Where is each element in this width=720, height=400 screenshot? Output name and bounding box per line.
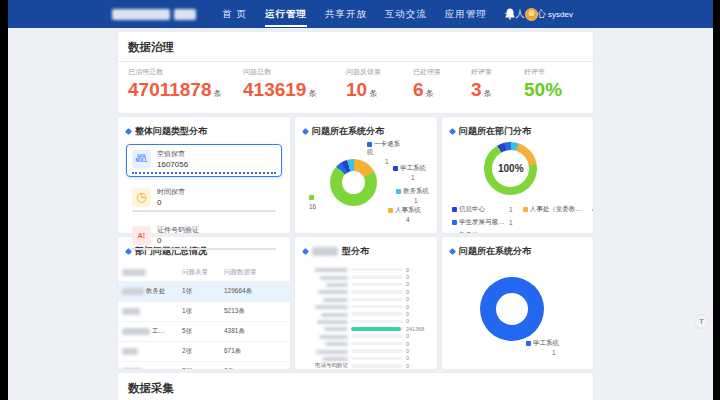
- type-item-null-check[interactable]: 回%NULL 空值探查 1607056: [126, 144, 282, 177]
- type-list: 回%NULL 空值探查 1607056 ◷ 时间探查 0: [118, 142, 290, 260]
- donut-label: 学工系统1: [393, 164, 426, 182]
- table-row[interactable]: 2张0条: [118, 362, 290, 370]
- governance-title: 数据治理: [118, 32, 593, 62]
- redacted-text: [122, 288, 144, 295]
- donut-label: 一卡通系统1: [367, 140, 401, 166]
- stat-label: 好评率: [524, 67, 583, 77]
- stat-praise: 好评量 3条: [471, 67, 524, 104]
- nav-item-apps[interactable]: 应用管理: [445, 0, 487, 29]
- stat-governed-total: 已治理总数 47011878条: [128, 67, 243, 104]
- legend-item: 教务处1: [452, 231, 513, 233]
- bar-row[interactable]: 0: [299, 318, 429, 325]
- bar-row[interactable]: 0: [299, 310, 429, 317]
- dept-fragment: 工…: [152, 327, 165, 334]
- bar-row[interactable]: 0: [299, 340, 429, 347]
- navbar-right: sysdev: [505, 0, 573, 28]
- donut-label: 学工系统1: [526, 339, 559, 357]
- clock-icon: ◷: [132, 188, 151, 207]
- nav-item-sharing[interactable]: 共享开放: [325, 0, 367, 29]
- donut-label: 教务系统1: [396, 187, 429, 205]
- redacted-text: [122, 269, 146, 276]
- diamond-icon: [449, 128, 456, 135]
- table-header-row: 问题表量 问题数据量: [118, 264, 290, 282]
- bar-row[interactable]: 0: [299, 266, 429, 273]
- redacted-text: [122, 368, 142, 369]
- screen: 首 页 运行管理 共享开放 互动交流 应用管理 个人中心 sysdev 数据治理: [0, 0, 720, 400]
- user-avatar[interactable]: [525, 8, 538, 21]
- table-row[interactable]: 2张671条: [118, 342, 290, 362]
- type-label: 证件号码验证: [157, 225, 276, 235]
- bar-row[interactable]: 0: [299, 296, 429, 303]
- back-to-top-button[interactable]: T: [694, 314, 709, 329]
- system-distribution-card-2: 问题所在系统分布 .cut3 .donut::after{width:32px;…: [442, 237, 593, 369]
- type-value: 0: [157, 236, 276, 245]
- redacted-text: [122, 328, 150, 335]
- stat-feedback: 问题反馈量 10条: [346, 67, 413, 104]
- donut-label: 人事系统4: [388, 206, 421, 224]
- bar-row[interactable]: 电话号码验证0: [299, 362, 429, 369]
- nav-item-interaction[interactable]: 互动交流: [385, 0, 427, 29]
- table-row[interactable]: 教务处 1张129664条: [118, 282, 290, 302]
- bell-icon[interactable]: [505, 8, 515, 20]
- system-donut-chart[interactable]: [330, 159, 377, 206]
- dept-fragment: 教务处: [146, 287, 166, 294]
- department-distribution-card: 问题所在部门分布 .cut2 .donut::after{width:37px;…: [442, 117, 593, 233]
- bar-label: 电话号码验证: [299, 362, 351, 369]
- null-check-icon: 回%NULL: [132, 150, 151, 169]
- stat-value: 47011878: [128, 79, 212, 100]
- stat-value: 6: [413, 79, 424, 100]
- stat-praise-rate: 好评率 50%: [524, 67, 583, 104]
- app-logo-redacted: [112, 9, 196, 20]
- type-distribution-card: 整体问题类型分布 回%NULL 空值探查 1607056 ◷: [118, 117, 290, 233]
- problem-type-bar-card: 型分布 0 0 0 0 0 0 0 0 241368 0 0 0: [295, 237, 437, 369]
- diamond-icon: [302, 128, 309, 135]
- donut-label: 16: [309, 193, 316, 211]
- main-menu: 首 页 运行管理 共享开放 互动交流 应用管理 个人中心: [222, 0, 547, 29]
- system-donut-chart-2[interactable]: [480, 277, 544, 341]
- bar-row[interactable]: 0: [299, 347, 429, 354]
- nav-item-operation[interactable]: 运行管理: [265, 0, 307, 29]
- diamond-icon: [302, 248, 309, 255]
- stat-processed: 已处理量 6条: [413, 67, 471, 104]
- stat-label: 已治理总数: [128, 67, 243, 77]
- department-legend: 信息中心1 人事处（党委教…4 学生发展与服…1 教务处1: [452, 205, 590, 233]
- bar-row[interactable]: 0: [299, 355, 429, 362]
- progress-line: [132, 172, 276, 174]
- stat-label: 问题反馈量: [346, 67, 413, 77]
- column-header: 问题表量: [178, 264, 220, 282]
- stat-value: 10: [346, 79, 367, 100]
- table-row[interactable]: 工… 5张4381条: [118, 322, 290, 342]
- department-table: 问题表量 问题数据量 教务处 1张129664条 1张5213条 工…: [118, 264, 290, 369]
- card-title: 问题所在系统分布: [312, 125, 384, 138]
- type-item-id-validation[interactable]: A! 证件号码验证 0: [126, 220, 282, 253]
- nav-item-home[interactable]: 首 页: [222, 0, 247, 29]
- bar-row[interactable]: 0: [299, 273, 429, 280]
- redacted-text: [122, 348, 138, 355]
- stat-label: 好评量: [471, 67, 524, 77]
- bar-row-highlight[interactable]: 241368: [299, 325, 429, 332]
- collection-title: 数据采集: [118, 373, 593, 400]
- stat-label: 已处理量: [413, 67, 471, 77]
- app-window: 首 页 运行管理 共享开放 互动交流 应用管理 个人中心 sysdev 数据治理: [8, 0, 713, 400]
- table-row[interactable]: 1张5213条: [118, 302, 290, 322]
- redacted-text: [312, 247, 338, 256]
- type-label: 空值探查: [157, 149, 276, 159]
- bar-row[interactable]: 0: [299, 303, 429, 310]
- stat-unit: 条: [308, 89, 316, 98]
- governance-card: 数据治理 已治理总数 47011878条 问题总数 413619条 问题反馈量 …: [118, 32, 593, 113]
- card-title: 问题所在部门分布: [459, 125, 531, 138]
- type-value: 1607056: [157, 160, 276, 169]
- stat-value: 50%: [524, 79, 562, 100]
- bar-row[interactable]: 0: [299, 288, 429, 295]
- stat-problem-total: 问题总数 413619条: [243, 67, 346, 104]
- type-item-time-check[interactable]: ◷ 时间探查 0: [126, 182, 282, 215]
- stat-unit: 条: [426, 89, 434, 98]
- legend-item: 人事处（党委教…4: [523, 205, 593, 214]
- stat-unit: 条: [484, 89, 492, 98]
- progress-line: [132, 210, 276, 212]
- legend-item: 学生发展与服…1: [452, 218, 513, 227]
- bar-row[interactable]: 0: [299, 333, 429, 340]
- department-summary-card: 部门问题汇总情况 问题表量 问题数据量 教务处 1张129664条: [118, 237, 290, 369]
- bar-row[interactable]: 0: [299, 281, 429, 288]
- collection-card: 数据采集 来源系统总数 9 采集表总量 286 采集数据总量 284345733: [118, 373, 593, 400]
